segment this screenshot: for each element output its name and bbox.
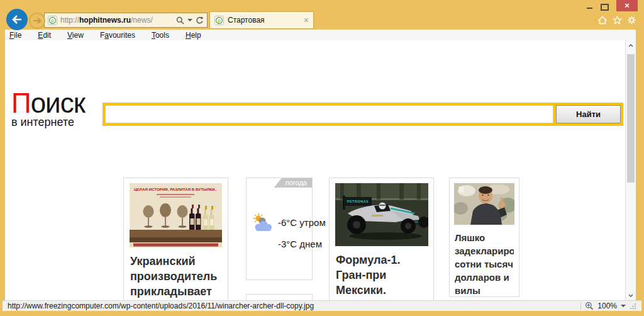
menu-text: ile	[14, 31, 21, 40]
menu-edit[interactable]: Edit	[38, 31, 51, 40]
search-input[interactable]	[105, 105, 553, 123]
tab-title: Стартовая	[228, 16, 300, 25]
back-button[interactable]	[6, 9, 28, 30]
back-arrow-icon	[11, 15, 23, 24]
url-domain: hophitnews.ru	[79, 16, 131, 25]
status-link-text: http://www.freezingcomputer.com/wp-conte…	[8, 302, 580, 310]
scrollbar-up-button[interactable]	[626, 40, 636, 50]
wine-ad-image: ЦЕЛАЯ ИСТОРИЯ, РАЗЛИТАЯ В БУТЫЛКИ..	[130, 183, 222, 247]
url-path: /news/	[131, 16, 153, 25]
f1-image: PETRONAS	[335, 183, 428, 246]
logo-subtitle: в интернете	[11, 116, 85, 129]
gear-icon[interactable]	[627, 16, 636, 25]
status-bar: http://www.freezingcomputer.com/wp-conte…	[3, 300, 641, 311]
search-box-frame: Найти	[103, 103, 623, 126]
maximize-icon	[601, 4, 609, 11]
zoom-control[interactable]: 100%	[580, 302, 636, 310]
menu-bar: File Edit View Favourites Tools Help	[5, 30, 636, 41]
page-content: Поиск в интернете Найти ЦЕЛАЯ ИСТОРИЯ, Р…	[5, 40, 636, 300]
forward-button[interactable]	[29, 13, 45, 29]
news-card-f1[interactable]: PETRONAS Формула-1. Гран-при Мексики. Хэ…	[329, 178, 434, 300]
menu-help[interactable]: Help	[186, 31, 201, 40]
zoom-level: 100%	[597, 302, 617, 310]
weather-tab-label: погода	[274, 178, 312, 188]
vertical-scrollbar[interactable]	[625, 40, 636, 300]
tab-startovaya[interactable]: p Стартовая ×	[209, 11, 314, 29]
close-window-button[interactable]: ×	[616, 0, 638, 11]
menu-text: dit	[43, 31, 51, 40]
url-prefix: http://	[60, 16, 79, 25]
news-card-lyashko[interactable]: Ляшко задекларировал сотни тысяч долларо…	[449, 178, 519, 297]
menu-text: H	[186, 31, 191, 40]
news-card-title[interactable]: Украинский производитель прикладывает ог…	[130, 254, 221, 300]
menu-text: iew	[72, 31, 84, 40]
refresh-icon[interactable]	[196, 16, 204, 25]
zoom-dropdown-icon[interactable]	[621, 305, 626, 307]
weather-widget[interactable]: погода -6°C утром -3°C днем	[246, 178, 313, 280]
home-icon[interactable]	[597, 16, 608, 25]
zoom-icon	[585, 302, 594, 310]
weather-day-temp: -3°C днем	[278, 239, 322, 249]
logo-accent-letter: П	[11, 87, 31, 118]
menu-favourites[interactable]: Favourites	[100, 31, 135, 40]
site-logo: Поиск в интернете	[11, 89, 85, 129]
maximize-button[interactable]	[599, 3, 610, 11]
logo-word: Поиск	[11, 89, 85, 117]
chevron-up-icon	[628, 44, 633, 47]
svg-text:p: p	[218, 18, 221, 23]
menu-view[interactable]: View	[67, 31, 84, 40]
address-bar[interactable]: p http://hophitnews.ru/news/	[44, 13, 208, 28]
search-submit-button[interactable]: Найти	[556, 105, 621, 123]
weather-icon	[250, 212, 277, 234]
star-icon[interactable]	[613, 16, 622, 25]
svg-text:p: p	[51, 18, 54, 23]
scrollbar-thumb[interactable]	[627, 54, 635, 183]
news-card-title[interactable]: Ляшко задекларировал сотни тысяч долларо…	[455, 231, 514, 297]
browser-toolbar-icons	[597, 16, 636, 25]
menu-text: V	[67, 31, 72, 40]
address-dropdown-icon[interactable]	[187, 19, 192, 21]
menu-text: elp	[191, 31, 201, 40]
favicon-icon: p	[48, 16, 57, 25]
browser-window: × p	[0, 0, 644, 316]
search-icon[interactable]	[176, 16, 184, 25]
news-card-partial[interactable]	[246, 294, 313, 300]
menu-file[interactable]: File	[9, 31, 21, 40]
tab-close-icon[interactable]: ×	[304, 16, 309, 25]
url-text: http://hophitnews.ru/news/	[60, 16, 173, 25]
menu-text: ools	[155, 31, 169, 40]
resize-grip[interactable]	[630, 303, 636, 310]
menu-text: a	[104, 31, 109, 40]
divider	[580, 302, 581, 310]
f1-wing-text: PETRONAS	[347, 200, 369, 203]
scrollbar-down-button[interactable]	[626, 290, 636, 300]
menu-text: vourites	[109, 31, 135, 40]
news-card-title[interactable]: Формула-1. Гран-при Мексики. Хэмилтон вы…	[336, 252, 427, 300]
tab-favicon-icon: p	[214, 16, 224, 25]
logo-rest: оиск	[31, 87, 85, 118]
news-card-wine[interactable]: ЦЕЛАЯ ИСТОРИЯ, РАЗЛИТАЯ В БУТЫЛКИ..	[123, 178, 228, 300]
lyashko-image	[454, 183, 514, 225]
chevron-down-icon	[628, 294, 633, 297]
weather-morning-temp: -6°C утром	[278, 217, 326, 228]
forward-arrow-icon	[33, 18, 42, 24]
menu-tools[interactable]: Tools	[152, 31, 169, 40]
wine-ad-headline: ЦЕЛАЯ ИСТОРИЯ, РАЗЛИТАЯ В БУТЫЛКИ..	[134, 187, 217, 191]
minimize-icon	[587, 8, 592, 9]
minimize-button[interactable]	[584, 4, 595, 11]
